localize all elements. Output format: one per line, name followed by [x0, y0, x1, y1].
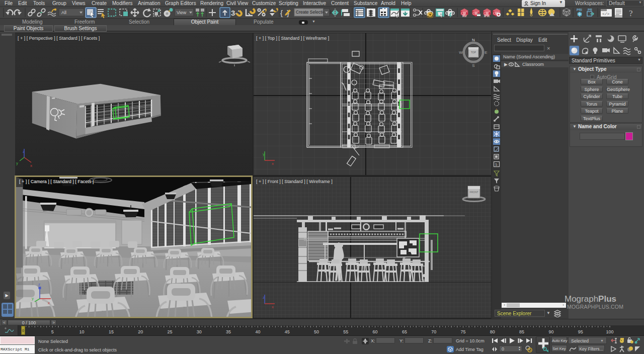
svg-text:PR: PR: [588, 8, 592, 12]
svg-text:[ + ] [ Front ] [ Standard ] [: [ + ] [ Front ] [ Standard ] [ Wireframe…: [256, 179, 333, 184]
svg-text:IPR: IPR: [484, 14, 490, 18]
svg-text:{: {: [280, 9, 283, 17]
svg-text:</>: </>: [602, 12, 610, 16]
svg-text:65: 65: [402, 329, 407, 334]
svg-text:y: y: [32, 296, 34, 301]
svg-text:5: 5: [51, 329, 54, 334]
svg-text:90: 90: [548, 329, 553, 334]
svg-text:?: ?: [629, 9, 633, 18]
svg-text:W: W: [459, 50, 463, 55]
svg-text:x: x: [30, 163, 32, 168]
svg-text:85: 85: [519, 329, 524, 334]
svg-text:70: 70: [431, 329, 436, 334]
svg-text:TOP: TOP: [471, 51, 476, 54]
svg-text:80: 80: [490, 329, 495, 334]
svg-text:40: 40: [255, 329, 260, 334]
svg-text:15: 15: [109, 329, 114, 334]
svg-text:PRl: PRl: [577, 8, 582, 12]
svg-text:y: y: [16, 161, 18, 165]
svg-text:20: 20: [138, 329, 143, 334]
svg-text:View: View: [177, 10, 187, 15]
svg-text:x: x: [48, 301, 50, 305]
svg-text:75: 75: [460, 329, 465, 334]
svg-text:50: 50: [314, 329, 319, 334]
svg-text:95: 95: [578, 329, 583, 334]
svg-text:x: x: [272, 161, 274, 166]
svg-text:S: S: [472, 63, 474, 68]
svg-text:z: z: [23, 149, 25, 154]
svg-text:5: 5: [495, 162, 498, 167]
svg-text:x: x: [272, 305, 274, 309]
svg-text:60: 60: [373, 329, 378, 334]
svg-text:y: y: [263, 152, 265, 156]
svg-text:3: 3: [231, 9, 235, 17]
svg-text:N: N: [472, 38, 475, 42]
svg-text:25: 25: [167, 329, 172, 334]
svg-text:100: 100: [606, 329, 613, 334]
svg-text:z: z: [38, 282, 40, 287]
svg-text:[ + ] [ Perspective ] [ Standa: [ + ] [ Perspective ] [ Standard ] [ Fac…: [18, 36, 100, 41]
svg-text:30: 30: [197, 329, 202, 334]
svg-text:55: 55: [343, 329, 348, 334]
svg-text:10: 10: [79, 329, 85, 334]
svg-text:z: z: [263, 295, 265, 300]
svg-text:E: E: [485, 50, 487, 55]
svg-text:45: 45: [285, 329, 290, 334]
svg-text:[ + ] [ Camera ] [ Standard ]: [ + ] [ Camera ] [ Standard ] [ Facets ]: [19, 179, 94, 184]
svg-text:35: 35: [226, 329, 231, 334]
svg-text:[ + ] [ Top ] [ Standard ] [ W: [ + ] [ Top ] [ Standard ] [ Wireframe ]: [256, 36, 329, 41]
svg-text:FRONT: FRONT: [469, 191, 478, 194]
svg-text:RV: RV: [462, 14, 467, 18]
svg-text:All: All: [61, 10, 66, 15]
